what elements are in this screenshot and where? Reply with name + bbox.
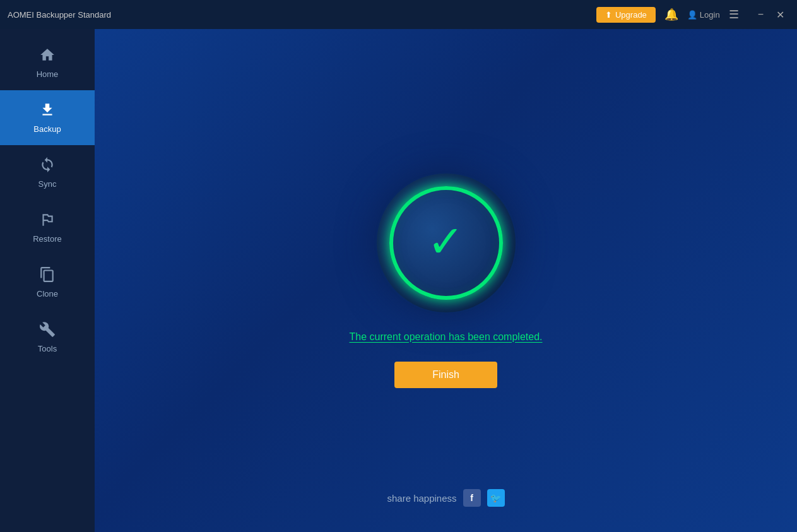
close-button[interactable]: ✕	[771, 6, 789, 23]
tools-icon	[39, 321, 56, 340]
titlebar-controls: ⬆ Upgrade 🔔 👤 Login ☰ − ✕	[596, 0, 797, 29]
completion-text: The current operation has been completed…	[350, 331, 543, 343]
main-layout: Home Backup Sync Res	[0, 29, 797, 532]
sidebar-item-sync[interactable]: Sync	[0, 145, 95, 200]
account-icon: 👤	[687, 10, 697, 20]
titlebar: AOMEI Backupper Standard ⬆ Upgrade 🔔 👤 L…	[0, 0, 797, 29]
home-icon	[39, 47, 56, 66]
success-circle-outer: ✓	[377, 174, 516, 312]
sidebar-item-restore[interactable]: Restore	[0, 200, 95, 255]
upgrade-icon: ⬆	[605, 10, 612, 20]
success-circle-ring: ✓	[389, 186, 503, 300]
sidebar-label-home: Home	[37, 69, 59, 79]
main-content: ✓ The current operation has been complet…	[95, 29, 797, 532]
sidebar-item-tools[interactable]: Tools	[0, 310, 95, 365]
sync-icon	[39, 157, 56, 175]
sidebar-label-backup: Backup	[33, 124, 61, 134]
upgrade-button[interactable]: ⬆ Upgrade	[596, 7, 656, 23]
finish-button[interactable]: Finish	[394, 362, 497, 388]
login-button[interactable]: 👤 Login	[687, 10, 720, 20]
minimize-button[interactable]: −	[753, 6, 769, 23]
sidebar-item-clone[interactable]: Clone	[0, 255, 95, 310]
sidebar-item-backup[interactable]: Backup	[0, 90, 95, 145]
share-section: share happiness f 🐦	[387, 489, 504, 507]
restore-icon	[39, 211, 56, 230]
menu-icon[interactable]: ☰	[725, 5, 743, 24]
notification-icon[interactable]: 🔔	[661, 5, 682, 24]
window-controls: − ✕	[753, 6, 789, 23]
twitter-button[interactable]: 🐦	[487, 489, 505, 507]
sidebar-label-clone: Clone	[37, 289, 58, 299]
backup-icon	[39, 102, 56, 121]
sidebar-label-sync: Sync	[38, 179, 57, 189]
facebook-button[interactable]: f	[463, 489, 481, 507]
sidebar-label-restore: Restore	[33, 234, 62, 244]
sidebar-item-home[interactable]: Home	[0, 35, 95, 90]
checkmark-icon: ✓	[427, 220, 464, 264]
clone-icon	[39, 266, 56, 285]
app-title: AOMEI Backupper Standard	[8, 10, 111, 20]
success-container: ✓ The current operation has been complet…	[350, 174, 543, 388]
sidebar-label-tools: Tools	[38, 344, 57, 353]
sidebar: Home Backup Sync Res	[0, 29, 95, 532]
share-label: share happiness	[387, 493, 456, 504]
